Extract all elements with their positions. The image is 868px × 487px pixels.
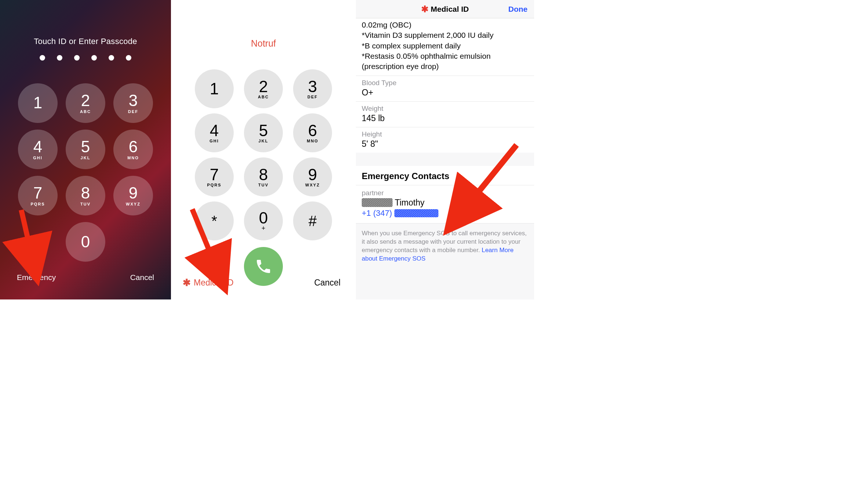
dial-key-6[interactable]: 6MNO <box>293 113 332 152</box>
passcode-dot <box>57 55 62 61</box>
passcode-dot <box>126 55 131 61</box>
height-label: Height <box>362 130 528 138</box>
contact-phone[interactable]: +1 (347) <box>362 208 528 218</box>
weight-label: Weight <box>362 105 528 113</box>
emergency-button[interactable]: Emergency <box>17 273 56 282</box>
blood-type-label: Blood Type <box>362 79 528 87</box>
key-2[interactable]: 2ABC <box>66 83 105 123</box>
medical-id-title: Medical ID <box>431 5 469 14</box>
dial-key-4[interactable]: 4GHI <box>195 113 234 152</box>
key-3[interactable]: 3DEF <box>113 83 153 123</box>
passcode-dots <box>40 55 131 61</box>
emergency-contacts-header: Emergency Contacts <box>356 166 534 185</box>
key-7[interactable]: 7PQRS <box>18 176 58 215</box>
done-button[interactable]: Done <box>508 5 528 14</box>
key-1[interactable]: 1 <box>18 83 58 123</box>
emergency-call-screen: Notruf 1 2ABC 3DEF 4GHI 5JKL 6MNO 7PQRS … <box>171 0 356 299</box>
asterisk-icon: ✱ <box>183 277 191 288</box>
dial-key-9[interactable]: 9WXYZ <box>293 157 332 196</box>
medical-id-link[interactable]: ✱ Medical ID <box>183 277 234 288</box>
passcode-dot <box>40 55 45 61</box>
medications-text: 0.02mg (OBC) *Vitamin D3 supplement 2,00… <box>356 18 534 76</box>
phone-icon <box>255 258 272 275</box>
dial-key-8[interactable]: 8TUV <box>244 157 283 196</box>
lock-keypad: 1 2ABC 3DEF 4GHI 5JKL 6MNO 7PQRS 8TUV 9W… <box>18 83 153 262</box>
passcode-prompt: Touch ID or Enter Passcode <box>34 37 137 46</box>
dial-key-5[interactable]: 5JKL <box>244 113 283 152</box>
dial-key-1[interactable]: 1 <box>195 69 234 108</box>
height-value: 5' 8" <box>362 139 528 149</box>
emergency-call-title: Notruf <box>251 38 276 49</box>
emergency-contact-item[interactable]: partner Timothy +1 (347) <box>356 185 534 223</box>
key-9[interactable]: 9WXYZ <box>113 176 153 215</box>
emergency-sos-footer: When you use Emergency SOS to call emerg… <box>356 223 534 270</box>
key-5[interactable]: 5JKL <box>66 130 105 169</box>
redacted-text <box>394 209 438 217</box>
blood-type-section: Blood Type O+ <box>356 76 534 101</box>
key-0[interactable]: 0 <box>66 222 105 262</box>
dial-key-hash[interactable]: # <box>293 201 332 240</box>
weight-value: 145 lb <box>362 113 528 123</box>
dial-key-2[interactable]: 2ABC <box>244 69 283 108</box>
contact-name: Timothy <box>362 198 528 208</box>
dial-key-7[interactable]: 7PQRS <box>195 157 234 196</box>
dial-key-0[interactable]: 0+ <box>244 201 283 240</box>
lock-bottom-bar: Emergency Cancel <box>0 273 171 282</box>
passcode-dot <box>91 55 97 61</box>
dialer-keypad: 1 2ABC 3DEF 4GHI 5JKL 6MNO 7PQRS 8TUV 9W… <box>195 69 332 240</box>
key-6[interactable]: 6MNO <box>113 130 153 169</box>
medical-id-screen: ✱ Medical ID Done 0.02mg (OBC) *Vitamin … <box>356 0 534 299</box>
asterisk-icon: ✱ <box>421 4 428 14</box>
dial-key-3[interactable]: 3DEF <box>293 69 332 108</box>
weight-section: Weight 145 lb <box>356 101 534 127</box>
redacted-text <box>362 198 393 207</box>
contact-relationship: partner <box>362 189 528 197</box>
medical-id-header: ✱ Medical ID Done <box>356 0 534 18</box>
passcode-dot <box>109 55 114 61</box>
key-4[interactable]: 4GHI <box>18 130 58 169</box>
key-8[interactable]: 8TUV <box>66 176 105 215</box>
cancel-button[interactable]: Cancel <box>130 273 154 282</box>
blood-type-value: O+ <box>362 88 528 98</box>
height-section: Height 5' 8" <box>356 127 534 153</box>
cancel-button[interactable]: Cancel <box>314 278 340 288</box>
passcode-dot <box>74 55 80 61</box>
dial-key-star[interactable]: * <box>195 201 234 240</box>
lock-screen: Touch ID or Enter Passcode 1 2ABC 3DEF 4… <box>0 0 171 299</box>
call-bottom-bar: ✱ Medical ID Cancel <box>171 277 356 288</box>
